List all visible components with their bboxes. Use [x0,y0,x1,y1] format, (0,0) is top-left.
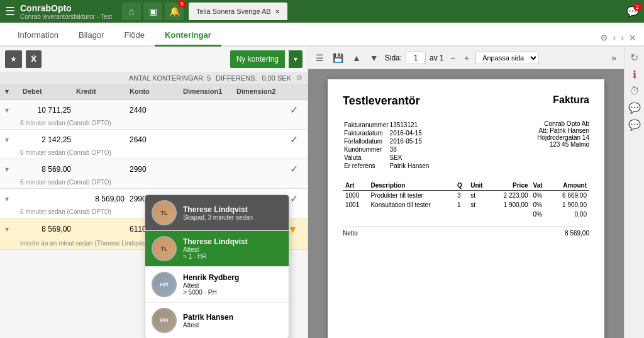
cell-kredit [74,228,127,230]
tab-konteringar[interactable]: Konteringar [155,25,221,47]
cell-konto: 2990 [127,164,180,175]
col-vat: Vat [531,181,550,191]
pdf-minus-button[interactable]: − [448,52,458,64]
approval-item-created[interactable]: TL Therese Lindqvist Skapad, 3 minuter s… [145,195,289,231]
table-header: ▾ Debet Kredit Konto Dimension1 Dimensio… [0,84,308,100]
excel-button[interactable]: X̄ [26,50,42,68]
approval-item-active[interactable]: TL Therese Lindqvist Attest > 1 - HR [145,231,289,267]
cell-dim1 [180,168,234,171]
approval-info: Therese Lindqvist Skapad, 3 minuter seda… [183,205,282,221]
approval-sub: Skapad, 3 minuter sedan [183,214,282,221]
pdf-header: Testleverantör Faktura [343,94,589,108]
pdf-menu-button[interactable]: ☰ [313,52,326,64]
doc-button[interactable]: ▣ [143,3,162,20]
pdf-info-block: Fakturanummer13513121 Fakturadatum2016-0… [343,120,589,171]
row-expand[interactable]: ▾ [3,134,20,145]
chat-badge: 2 [633,3,641,11]
approval-sub2: > 5000 - PH [183,289,282,296]
pdf-total: Netto 8 569,00 [343,227,589,237]
cell-dim2 [234,168,287,171]
nav-right-actions: ⚙ ‹ › ✕ [600,33,636,45]
tab-close-icon[interactable]: ✕ [275,8,280,15]
row-expand[interactable]: ▾ [3,193,20,205]
tab-label: Telia Sonera Sverige AB [196,8,271,15]
settings-icon[interactable]: ⚙ [600,33,608,43]
info-icon[interactable]: ℹ [633,69,636,81]
row-expand[interactable]: ▾ [3,104,20,116]
top-right-icons: 💬 2 [626,6,639,18]
value: 38 [390,146,430,153]
tab-information[interactable]: Information [8,25,69,47]
approval-sub: Attest [183,246,282,253]
ny-kontering-button[interactable]: Ny kontering [230,50,285,68]
col-konto: Konto [127,86,180,97]
pdf-plus-button[interactable]: + [462,52,472,64]
cell-dim1 [180,138,234,141]
approval-name: Therese Lindqvist [183,205,282,214]
app-subtitle: Conrab leverantörsfakturor - Test [20,13,112,20]
value: 2016-04-15 [390,130,430,137]
star-button[interactable]: ★ [5,50,22,68]
close-icon[interactable]: ✕ [629,33,636,43]
pdf-table-row: 1001 Konsultation till tester 1 st 1 900… [343,200,589,210]
chat-icon[interactable]: 💬 [628,102,641,114]
chat2-icon[interactable]: 💬 [628,119,641,131]
cell-dim2 [234,138,287,141]
col-dimension2: Dimension2 [234,86,287,97]
approval-item-henrik[interactable]: HR Henrik Rydberg Attest > 5000 - PH [145,267,289,303]
approval-name: Henrik Rydberg [183,273,282,282]
col-debet: Debet [20,86,74,97]
pdf-zoom-in-button[interactable]: ▲ [350,52,364,64]
label: Fakturanummer [344,121,389,128]
pdf-save-button[interactable]: 💾 [330,52,346,64]
chat-icon[interactable]: 💬 2 [626,6,639,18]
recipient-addr: Höjdrodergatan 14 [537,134,589,141]
row-main: ▾ 8 569,00 2990 ✓ [0,159,308,179]
hamburger-icon[interactable]: ☰ [5,4,15,18]
back-icon[interactable]: ‹ [613,33,616,43]
settings-icon[interactable]: ⚙ [296,74,303,82]
tab-bar-top: Telia Sonera Sverige AB ✕ [189,3,626,20]
row-meta: 6 minuter sedan (Conrab OPTO) [0,149,308,159]
col-art: Art [343,181,368,191]
clock-icon[interactable]: ⏱ [630,86,640,97]
price: 2 223,00 [491,191,531,201]
pdf-page-of: av 1 [430,54,444,62]
home-button[interactable]: ⌂ [122,3,141,20]
pdf-faktura-label: Faktura [553,94,589,108]
recipient-att: Att: Patrik Hansen [537,127,589,134]
pdf-content: Testleverantör Faktura Fakturanummer1351… [308,69,624,338]
pdf-page-input[interactable] [406,52,426,64]
tab-flode[interactable]: Flöde [114,25,155,47]
pdf-more-button[interactable]: » [609,52,619,64]
forward-icon[interactable]: › [621,33,624,43]
col-desc: Description [368,181,455,191]
cell-dim2 [234,109,287,111]
pdf-info-table: Fakturanummer13513121 Fakturadatum2016-0… [343,120,430,171]
ny-kontering-dropdown[interactable]: ▾ [289,50,303,68]
pdf-supplier-name: Testleverantör [343,94,420,108]
q: 3 [455,191,468,201]
pdf-fit-select[interactable]: Anpassa sida [475,52,539,64]
col-expand: ▾ [3,86,20,97]
value: SEK [390,154,430,161]
antal-label: ANTAL KONTERINGAR: 5 [129,74,211,82]
art [343,210,368,219]
table-row: ▾ 2 142,25 2640 ✓ 6 minuter sedan (Conra… [0,130,308,159]
approval-info: Henrik Rydberg Attest > 5000 - PH [183,273,282,296]
row-expand[interactable]: ▾ [3,223,20,235]
forward-icon[interactable]: ↻ [630,52,638,64]
label: Förfallodatum [344,138,389,145]
bell-button[interactable]: 🔔 5 [165,3,184,20]
cell-check: ✓ [287,132,305,147]
cell-dropdown-btn[interactable]: ▾ [287,221,305,237]
tab-bilagor[interactable]: Bilagor [69,25,114,47]
tab-telia[interactable]: Telia Sonera Sverige AB ✕ [189,3,287,20]
pdf-recipient: Conrab Opto Ab Att: Patrik Hansen Höjdro… [537,120,589,171]
approval-item-patrik[interactable]: PH Patrik Hansen Attest [145,303,289,338]
main-content: ★ X̄ Ny kontering ▾ ANTAL KONTERINGAR: 5… [0,47,644,338]
row-expand[interactable]: ▾ [3,164,20,175]
pdf-zoom-out-button[interactable]: ▼ [367,52,381,64]
col-dimension1: Dimension1 [180,86,234,97]
approval-sub: Attest [183,322,282,329]
